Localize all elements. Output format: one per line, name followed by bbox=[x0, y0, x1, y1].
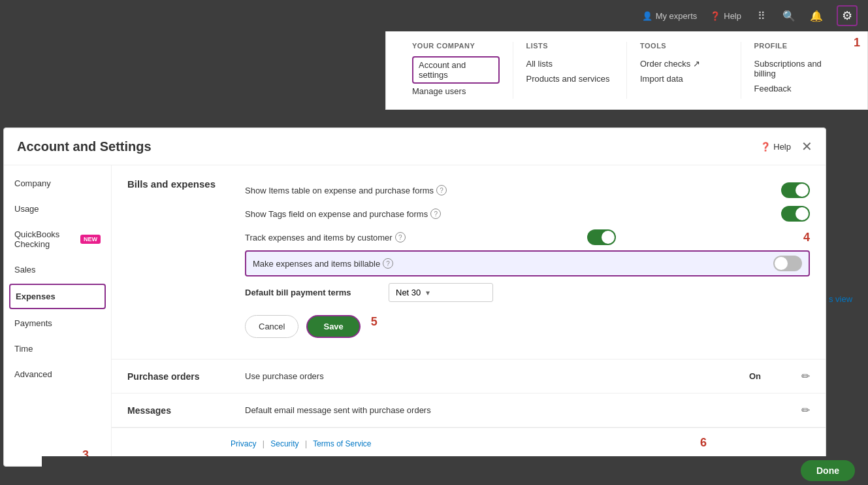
sidebar-item-company[interactable]: Company bbox=[4, 171, 111, 196]
toggle-knob-billable bbox=[775, 257, 788, 270]
sidebar-item-sales-label: Sales bbox=[14, 265, 36, 275]
new-badge: NEW bbox=[80, 235, 101, 244]
toggle-row-billable: Make expenses and items billable ? bbox=[245, 250, 810, 276]
help-icon-billable[interactable]: ? bbox=[383, 258, 393, 269]
toggle-knob-track-expenses bbox=[602, 231, 615, 244]
toggle-items-table[interactable] bbox=[781, 182, 810, 198]
settings-dropdown: YOUR COMPANY Account and settings Manage… bbox=[385, 31, 868, 110]
modal-body: Company Usage QuickBooks Checking NEW Sa… bbox=[4, 165, 826, 466]
terms-link[interactable]: Terms of Service bbox=[313, 439, 371, 448]
footer-sep-1: | bbox=[263, 439, 265, 448]
purchase-orders-value: On bbox=[749, 371, 801, 381]
bills-expenses-title: Bills and expenses bbox=[127, 178, 245, 190]
sidebar-item-advanced[interactable]: Advanced bbox=[4, 361, 111, 387]
payment-terms-value: Net 30 bbox=[396, 288, 421, 297]
grid-icon[interactable]: ⠿ bbox=[754, 8, 769, 23]
bell-icon[interactable]: 🔔 bbox=[809, 8, 824, 23]
step-5: 5 bbox=[371, 315, 378, 338]
help-icon-track-expenses[interactable]: ? bbox=[395, 232, 406, 242]
modal-header-actions: ❓ Help ✕ bbox=[760, 139, 812, 154]
sidebar-item-sales[interactable]: Sales bbox=[4, 257, 111, 282]
person-icon: 👤 bbox=[642, 11, 652, 21]
messages-desc: Default email message sent with purchase… bbox=[245, 405, 801, 415]
toggle-knob-items-table bbox=[796, 184, 809, 197]
sidebar-item-time-label: Time bbox=[14, 344, 33, 354]
profile-title: PROFILE bbox=[754, 42, 842, 50]
my-experts-label: My experts bbox=[656, 11, 698, 21]
help-icon-tags[interactable]: ? bbox=[430, 209, 441, 219]
modal-close-button[interactable]: ✕ bbox=[801, 139, 812, 154]
help-circle-icon: ❓ bbox=[710, 11, 720, 21]
toggle-tags[interactable] bbox=[781, 206, 810, 222]
sidebar-item-usage[interactable]: Usage bbox=[4, 196, 111, 222]
btn-row: Cancel Save 5 bbox=[245, 307, 810, 346]
tools-col: TOOLS Order checks ↗ Import data bbox=[627, 42, 741, 99]
account-settings-modal: Account and Settings ❓ Help ✕ Company Us… bbox=[3, 127, 826, 467]
import-data-link[interactable]: Import data bbox=[640, 71, 728, 86]
sidebar-item-quickbooks-checking[interactable]: QuickBooks Checking NEW bbox=[4, 222, 111, 257]
toggle-billable[interactable] bbox=[773, 256, 802, 271]
cancel-button[interactable]: Cancel bbox=[245, 315, 298, 338]
purchase-orders-desc: Use purchase orders bbox=[245, 371, 749, 381]
bills-expenses-section: Bills and expenses Show Items table on e… bbox=[112, 165, 826, 360]
subscriptions-billing-link[interactable]: Subscriptions and billing bbox=[754, 56, 842, 81]
manage-users-link[interactable]: Manage users bbox=[412, 84, 500, 99]
help-label: Help bbox=[724, 11, 741, 21]
sidebar-item-usage-label: Usage bbox=[14, 204, 39, 214]
step-1: 1 bbox=[854, 36, 860, 50]
top-nav: 👤 My experts ❓ Help ⠿ 🔍 🔔 ⚙ bbox=[0, 0, 868, 31]
products-services-link[interactable]: Products and services bbox=[526, 71, 614, 86]
modal-title: Account and Settings bbox=[17, 139, 152, 154]
sidebar-item-advanced-label: Advanced bbox=[14, 369, 52, 379]
my-experts-nav[interactable]: 👤 My experts bbox=[642, 11, 698, 21]
payment-terms-select[interactable]: Net 30 ▾ bbox=[389, 283, 493, 302]
messages-section: Messages Default email message sent with… bbox=[112, 393, 826, 427]
done-button[interactable]: Done bbox=[801, 460, 855, 481]
messages-title: Messages bbox=[127, 405, 245, 416]
tools-title: TOOLS bbox=[640, 42, 728, 50]
modal-help-link[interactable]: ❓ Help bbox=[760, 142, 791, 152]
footer-sep-2: | bbox=[305, 439, 307, 448]
toggle-track-expenses[interactable] bbox=[587, 229, 616, 245]
modal-footer: Privacy | Security | Terms of Service 6 bbox=[112, 427, 826, 458]
sidebar-item-qb-checking-label: QuickBooks Checking bbox=[14, 229, 76, 249]
help-nav[interactable]: ❓ Help bbox=[710, 11, 741, 21]
payment-terms-label: Default bill payment terms bbox=[245, 288, 389, 297]
step-4: 4 bbox=[803, 231, 810, 244]
help-circle-icon-modal: ❓ bbox=[760, 142, 771, 152]
toggle-label-tags: Show Tags field on expense and purchase … bbox=[245, 209, 441, 219]
toggle-row-track-expenses: Track expenses and items by customer ? 4 bbox=[245, 226, 810, 249]
purchase-orders-title: Purchase orders bbox=[127, 371, 245, 382]
main-content: Bills and expenses Show Items table on e… bbox=[112, 165, 826, 466]
save-button[interactable]: Save bbox=[306, 315, 360, 338]
sidebar-item-payments-label: Payments bbox=[14, 318, 52, 328]
sidebar-item-expenses-label: Expenses bbox=[16, 292, 56, 301]
security-link[interactable]: Security bbox=[270, 439, 298, 448]
toggle-row-items-table: Show Items table on expense and purchase… bbox=[245, 178, 810, 202]
search-icon[interactable]: 🔍 bbox=[782, 8, 796, 23]
your-company-title: YOUR COMPANY bbox=[412, 42, 500, 50]
sidebar-item-company-label: Company bbox=[14, 178, 51, 188]
toggle-row-tags: Show Tags field on expense and purchase … bbox=[245, 202, 810, 226]
lists-title: LISTS bbox=[526, 42, 614, 50]
all-lists-link[interactable]: All lists bbox=[526, 56, 614, 71]
purchase-orders-edit-icon[interactable]: ✏ bbox=[801, 370, 810, 382]
sidebar-item-payments[interactable]: Payments bbox=[4, 310, 111, 336]
toggle-label-billable: Make expenses and items billable ? bbox=[253, 258, 393, 269]
help-icon-items-table[interactable]: ? bbox=[436, 185, 447, 195]
lists-col: LISTS All lists Products and services bbox=[513, 42, 628, 99]
profile-col: PROFILE Subscriptions and billing Feedba… bbox=[741, 42, 855, 99]
gear-icon: ⚙ bbox=[842, 8, 852, 23]
messages-edit-icon[interactable]: ✏ bbox=[801, 404, 810, 416]
done-bar: Done bbox=[42, 456, 868, 485]
sidebar-item-time[interactable]: Time bbox=[4, 336, 111, 361]
feedback-link[interactable]: Feedback bbox=[754, 81, 842, 96]
gear-button[interactable]: ⚙ bbox=[837, 5, 858, 26]
order-checks-link[interactable]: Order checks ↗ bbox=[640, 56, 728, 71]
sidebar-item-expenses[interactable]: Expenses bbox=[9, 284, 106, 309]
side-text: s view bbox=[829, 294, 868, 304]
account-settings-link[interactable]: Account and settings bbox=[412, 56, 500, 84]
privacy-link[interactable]: Privacy bbox=[231, 439, 256, 448]
bills-expenses-header: Bills and expenses Show Items table on e… bbox=[127, 178, 810, 346]
modal-sidebar: Company Usage QuickBooks Checking NEW Sa… bbox=[4, 165, 112, 466]
